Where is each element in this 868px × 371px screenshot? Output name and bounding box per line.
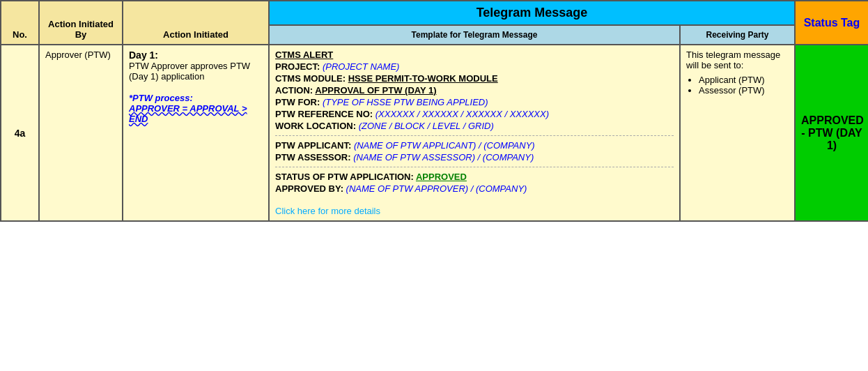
col-no-header: No. [1, 1, 39, 45]
ptw-for-label: PTW FOR: [275, 97, 323, 107]
ptw-ref-label: PTW REFERENCE NO: [275, 109, 375, 119]
receiving-sub-header: Receiving Party [680, 25, 795, 45]
ctms-module-line: CTMS MODULE: HSSE PERMIT-TO-WORK MODULE [275, 73, 674, 84]
header-row-1: No. Action Initiated By Action Initiated… [1, 1, 868, 25]
main-table: No. Action Initiated By Action Initiated… [0, 0, 868, 222]
approver-approval-line: APPROVER = APPROVAL > END [129, 103, 263, 124]
col-action-header: Action Initiated [123, 1, 269, 45]
ptw-process-label: *PTW process: [129, 93, 263, 103]
ptw-applicant-val: (NAME OF PTW APPLICANT) / (COMPANY) [354, 140, 535, 151]
ptw-assessor-label: PTW ASSESSOR: [275, 152, 353, 162]
template-sub-header: Template for Telegram Message [269, 25, 680, 45]
project-label: PROJECT: [275, 61, 323, 72]
ctms-module-val: HSSE PERMIT-TO-WORK MODULE [348, 73, 498, 84]
divider-1 [275, 135, 674, 136]
divider-2 [275, 167, 674, 167]
initiated-by: Approver (PTW) [39, 45, 123, 221]
telegram-message-header: Telegram Message [269, 1, 795, 25]
action-val: APPROVAL OF PTW (DAY 1) [315, 85, 436, 96]
ptw-for-line: PTW FOR: (TYPE OF HSSE PTW BEING APPLIED… [275, 97, 674, 107]
receiving-party: This telegram message will be sent to: A… [680, 45, 795, 221]
ptw-applicant-label: PTW APPLICANT: [275, 140, 354, 151]
receiving-bullet-2: Assessor (PTW) [699, 85, 789, 96]
more-details-link[interactable]: Click here for more details [275, 206, 380, 216]
ctms-alert: CTMS ALERT [275, 50, 674, 60]
status-line: STATUS OF PTW APPLICATION: APPROVED [275, 172, 674, 182]
action-label: ACTION: [275, 85, 315, 96]
ptw-assessor-val: (NAME OF PTW ASSESSOR) / (COMPANY) [353, 152, 534, 162]
project-line: PROJECT: (PROJECT NAME) [275, 61, 674, 72]
status-tag-cell: APPROVED - PTW (DAY 1) [795, 45, 868, 221]
status-val: APPROVED [416, 172, 467, 182]
approved-by-line: APPROVED BY: (NAME OF PTW APPROVER) / (C… [275, 183, 674, 194]
receiving-intro: This telegram message will be sent to: [686, 50, 789, 70]
telegram-template: CTMS ALERT PROJECT: (PROJECT NAME) CTMS … [269, 45, 680, 221]
approved-by-label: APPROVED BY: [275, 183, 346, 194]
receiving-bullet-1: Applicant (PTW) [699, 75, 789, 85]
table-row: 4a Approver (PTW) Day 1: PTW Approver ap… [1, 45, 868, 221]
action-desc: PTW Approver approves PTW (Day 1) applic… [129, 61, 250, 82]
work-location-val: (ZONE / BLOCK / LEVEL / GRID) [359, 121, 494, 131]
work-location-line: WORK LOCATION: (ZONE / BLOCK / LEVEL / G… [275, 121, 674, 131]
action-line: ACTION: APPROVAL OF PTW (DAY 1) [275, 85, 674, 96]
action-initiated: Day 1: PTW Approver approves PTW (Day 1)… [123, 45, 269, 221]
ptw-applicant-line: PTW APPLICANT: (NAME OF PTW APPLICANT) /… [275, 140, 674, 151]
ctms-module-label: CTMS MODULE: [275, 73, 348, 84]
row-no: 4a [1, 45, 39, 221]
project-val: (PROJECT NAME) [323, 61, 400, 72]
ptw-ref-val: (XXXXXX / XXXXXX / XXXXXX / XXXXXX) [375, 109, 549, 119]
work-location-label: WORK LOCATION: [275, 121, 359, 131]
ptw-ref-line: PTW REFERENCE NO: (XXXXXX / XXXXXX / XXX… [275, 109, 674, 119]
ptw-process-block: *PTW process: APPROVER = APPROVAL > END [129, 93, 263, 124]
ptw-assessor-line: PTW ASSESSOR: (NAME OF PTW ASSESSOR) / (… [275, 152, 674, 162]
ptw-for-val: (TYPE OF HSSE PTW BEING APPLIED) [323, 97, 488, 107]
col-by-header: Action Initiated By [39, 1, 123, 45]
approved-by-val: (NAME OF PTW APPROVER) / (COMPANY) [346, 183, 527, 194]
status-tag-header: Status Tag [795, 1, 868, 45]
day-label: Day 1: [129, 50, 158, 61]
status-label: STATUS OF PTW APPLICATION: [275, 172, 416, 182]
